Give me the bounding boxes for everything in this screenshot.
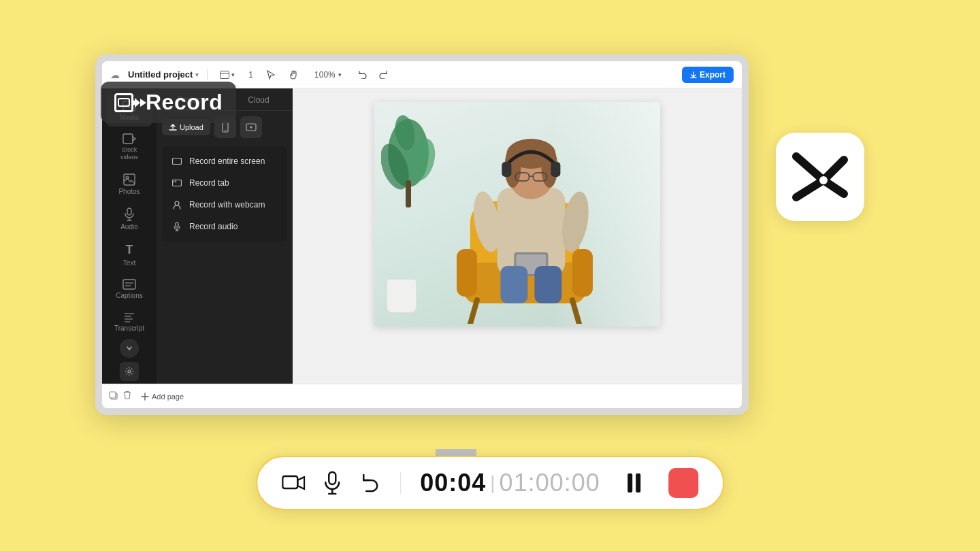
svg-rect-25 — [173, 180, 182, 186]
svg-marker-1 — [135, 98, 140, 107]
cloud-icon: ☁ — [110, 69, 120, 80]
tab-icon — [172, 180, 182, 186]
svg-rect-2 — [220, 71, 229, 78]
recording-toolbar: 00:04 | 01:00:00 — [256, 456, 724, 510]
hand-tool-btn[interactable] — [284, 68, 302, 82]
add-page-button[interactable]: Add page — [137, 390, 188, 403]
svg-rect-0 — [118, 99, 129, 106]
svg-rect-64 — [329, 472, 336, 484]
sidebar-label-audio: Audio — [120, 223, 138, 231]
sidebar-label-text: Text — [123, 259, 135, 267]
audio-icon — [172, 222, 182, 231]
svg-rect-57 — [534, 266, 561, 303]
camera-toggle-btn[interactable] — [282, 473, 305, 492]
canvas-photo — [374, 102, 660, 327]
svg-rect-63 — [282, 476, 297, 488]
time-display: 00:04 | 01:00:00 — [420, 469, 600, 497]
time-elapsed: 00:04 — [420, 469, 486, 497]
svg-point-62 — [819, 176, 828, 184]
svg-point-23 — [250, 127, 252, 129]
svg-rect-24 — [173, 158, 182, 165]
undo-redo-group — [354, 69, 392, 81]
sidebar-item-transcript[interactable]: Transcript — [106, 306, 152, 337]
sidebar-item-captions[interactable]: Captions — [106, 273, 152, 305]
svg-rect-35 — [406, 180, 411, 207]
svg-rect-26 — [173, 180, 176, 182]
sidebar-collapse-btn[interactable] — [120, 339, 139, 358]
time-divider: | — [490, 472, 495, 494]
undo-btn[interactable] — [354, 69, 372, 81]
record-badge[interactable]: Record — [101, 82, 236, 123]
sidebar-label-transcript: Transcript — [114, 324, 144, 332]
settings-btn[interactable] — [120, 362, 139, 381]
dropdown-item-record-audio[interactable]: Record audio — [162, 216, 287, 237]
zoom-control[interactable]: 100% ▾ — [310, 68, 346, 82]
undo-recording-btn[interactable] — [359, 472, 381, 494]
chevron-down-icon: ▾ — [231, 71, 235, 78]
sidebar-label-captions: Captions — [116, 292, 142, 299]
dropdown-item-record-tab[interactable]: Record tab — [162, 172, 287, 194]
screen-record-btn[interactable] — [240, 116, 262, 138]
cursor-tool-btn[interactable] — [263, 68, 279, 82]
toolbar-separator — [400, 472, 401, 494]
copy-icon[interactable] — [109, 391, 118, 402]
svg-point-27 — [175, 201, 179, 205]
record-play-icon — [135, 98, 140, 107]
trash-icon[interactable] — [123, 390, 131, 402]
screen-icon — [172, 158, 182, 165]
svg-rect-49 — [502, 162, 511, 177]
app-body: Media Stockvideos Photos Audio — [102, 88, 742, 384]
redo-btn[interactable] — [374, 69, 392, 81]
header-divider — [207, 69, 208, 80]
page-number: 1 — [244, 68, 257, 82]
sidebar-item-photos[interactable]: Photos — [106, 168, 152, 201]
canvas-area — [293, 88, 742, 384]
export-button[interactable]: Export — [682, 67, 734, 83]
sidebar-item-text[interactable]: T Text — [106, 237, 152, 272]
chevron-down-icon: ▾ — [195, 71, 199, 78]
layout-tool-btn[interactable]: ▾ — [216, 69, 239, 81]
capcut-icon — [789, 146, 851, 207]
project-name[interactable]: Untitled project ▾ — [128, 69, 199, 80]
record-screen-icon — [114, 93, 133, 112]
dropdown-item-record-screen[interactable]: Record entire screen — [162, 150, 287, 172]
sidebar-item-stock-videos[interactable]: Stockvideos — [106, 128, 152, 167]
bottom-bar: Add page — [102, 384, 742, 408]
photo-scene — [374, 102, 660, 327]
svg-rect-56 — [500, 266, 527, 303]
dropdown-item-record-webcam[interactable]: Record with webcam — [162, 194, 287, 216]
webcam-icon — [172, 200, 182, 210]
stop-button[interactable] — [668, 468, 698, 498]
pause-button[interactable] — [619, 468, 649, 498]
svg-rect-50 — [551, 162, 560, 177]
time-total: 01:00:00 — [500, 469, 600, 497]
sidebar: Media Stockvideos Photos Audio — [102, 88, 157, 384]
record-dropdown: Record entire screen Record tab — [162, 146, 287, 241]
sidebar-label-photos: Photos — [118, 188, 140, 195]
svg-point-19 — [128, 370, 131, 373]
svg-rect-9 — [127, 208, 131, 215]
header-tools: ▾ 1 — [216, 68, 302, 82]
record-label: Record — [146, 90, 223, 115]
chevron-down-icon: ▾ — [338, 71, 342, 78]
media-panel: Project Cloud Upload — [157, 88, 293, 384]
svg-rect-6 — [123, 134, 133, 144]
sidebar-bottom — [120, 339, 139, 384]
svg-rect-12 — [123, 280, 135, 289]
sidebar-item-audio[interactable]: Audio — [106, 202, 152, 236]
text-icon: T — [126, 243, 133, 257]
mic-toggle-btn[interactable] — [324, 471, 340, 495]
sidebar-label-stock: Stockvideos — [120, 146, 138, 161]
svg-rect-28 — [176, 222, 178, 227]
capcut-logo — [776, 133, 864, 221]
svg-rect-59 — [110, 392, 116, 398]
pause-icon — [627, 473, 640, 492]
